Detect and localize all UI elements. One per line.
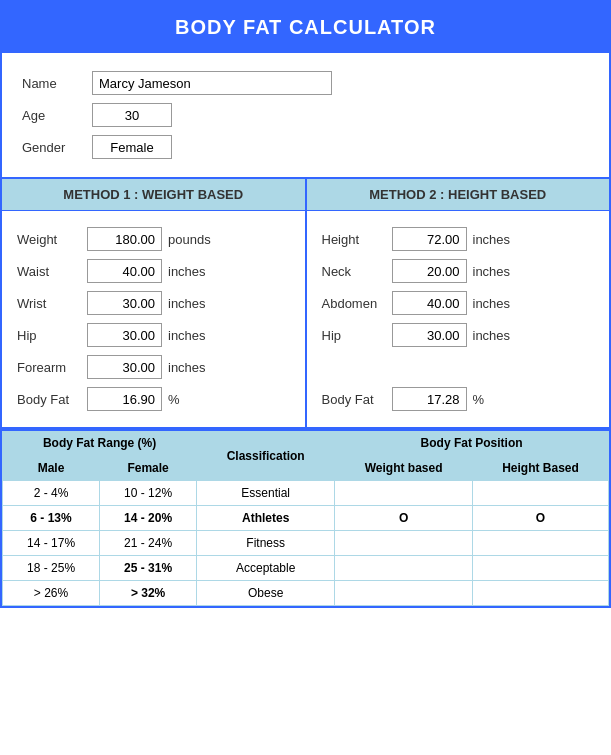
table-row: [472, 531, 608, 556]
table-row: Essential: [197, 481, 335, 506]
m1-waist-unit: inches: [168, 264, 206, 279]
table-row: [472, 481, 608, 506]
m2-height-unit: inches: [473, 232, 511, 247]
m1-forearm-input[interactable]: [87, 355, 162, 379]
table-row: 6 - 13%: [3, 506, 100, 531]
m2-height-input[interactable]: [392, 227, 467, 251]
m1-waist-label: Waist: [17, 264, 87, 279]
m1-wrist-input[interactable]: [87, 291, 162, 315]
m2-bodyfat-unit: %: [473, 392, 485, 407]
m1-hip-unit: inches: [168, 328, 206, 343]
table-row: Obese: [197, 581, 335, 606]
gender-label: Gender: [22, 140, 92, 155]
table-row: 14 - 20%: [100, 506, 197, 531]
table-row: O: [472, 506, 608, 531]
m2-abdomen-input[interactable]: [392, 291, 467, 315]
table-row: [472, 581, 608, 606]
m1-weight-label: Weight: [17, 232, 87, 247]
m1-bodyfat-input[interactable]: [87, 387, 162, 411]
m1-hip-label: Hip: [17, 328, 87, 343]
table-row: [335, 556, 473, 581]
table-row: > 26%: [3, 581, 100, 606]
gender-input[interactable]: [92, 135, 172, 159]
table-row: 21 - 24%: [100, 531, 197, 556]
m2-hip-input[interactable]: [392, 323, 467, 347]
range-header: Body Fat Range (%): [3, 430, 197, 456]
table-row: 25 - 31%: [100, 556, 197, 581]
m1-forearm-label: Forearm: [17, 360, 87, 375]
table-row: 14 - 17%: [3, 531, 100, 556]
m1-bodyfat-unit: %: [168, 392, 180, 407]
m2-neck-input[interactable]: [392, 259, 467, 283]
name-label: Name: [22, 76, 92, 91]
table-row: > 32%: [100, 581, 197, 606]
weight-based-header: Weight based: [335, 456, 473, 481]
m1-forearm-unit: inches: [168, 360, 206, 375]
m2-bodyfat-input[interactable]: [392, 387, 467, 411]
male-header: Male: [3, 456, 100, 481]
table-row: O: [335, 506, 473, 531]
table-row: 18 - 25%: [3, 556, 100, 581]
m1-weight-input[interactable]: [87, 227, 162, 251]
m1-weight-unit: pounds: [168, 232, 211, 247]
method1-title: METHOD 1 : WEIGHT BASED: [2, 179, 307, 210]
table-row: Acceptable: [197, 556, 335, 581]
method2-col: Height inches Neck inches Abdomen inches…: [307, 211, 610, 427]
m2-abdomen-label: Abdomen: [322, 296, 392, 311]
m2-hip-unit: inches: [473, 328, 511, 343]
m1-bodyfat-label: Body Fat: [17, 392, 87, 407]
table-row: 10 - 12%: [100, 481, 197, 506]
age-label: Age: [22, 108, 92, 123]
m2-neck-unit: inches: [473, 264, 511, 279]
m2-neck-label: Neck: [322, 264, 392, 279]
m2-hip-label: Hip: [322, 328, 392, 343]
m1-wrist-label: Wrist: [17, 296, 87, 311]
method2-title: METHOD 2 : HEIGHT BASED: [307, 179, 610, 210]
table-row: [335, 531, 473, 556]
name-input[interactable]: [92, 71, 332, 95]
m2-height-label: Height: [322, 232, 392, 247]
table-row: [472, 556, 608, 581]
page-title: BODY FAT CALCULATOR: [2, 2, 609, 53]
classification-header: Classification: [197, 430, 335, 481]
m1-wrist-unit: inches: [168, 296, 206, 311]
m2-abdomen-unit: inches: [473, 296, 511, 311]
height-based-header: Height Based: [472, 456, 608, 481]
age-input[interactable]: [92, 103, 172, 127]
m2-bodyfat-label: Body Fat: [322, 392, 392, 407]
results-table: Body Fat Range (%) Classification Body F…: [2, 429, 609, 606]
method1-col: Weight pounds Waist inches Wrist inches …: [2, 211, 307, 427]
female-header: Female: [100, 456, 197, 481]
m1-waist-input[interactable]: [87, 259, 162, 283]
table-row: [335, 481, 473, 506]
table-row: [335, 581, 473, 606]
table-row: Athletes: [197, 506, 335, 531]
m1-hip-input[interactable]: [87, 323, 162, 347]
table-row: Fitness: [197, 531, 335, 556]
position-header: Body Fat Position: [335, 430, 609, 456]
table-row: 2 - 4%: [3, 481, 100, 506]
